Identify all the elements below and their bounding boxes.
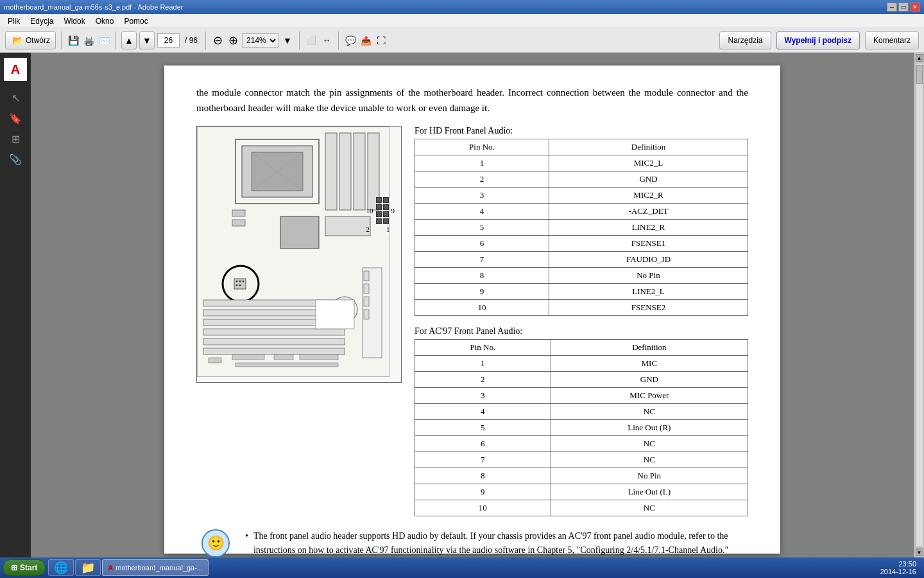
hd-table-row: 5LINE2_R bbox=[415, 220, 748, 236]
page-thumb-icon[interactable]: ⊞ bbox=[8, 131, 23, 146]
taskbar-time: 23:50 bbox=[880, 560, 916, 568]
svg-rect-24 bbox=[203, 329, 345, 335]
email-icon[interactable]: ✉️ bbox=[98, 34, 110, 47]
svg-rect-34 bbox=[209, 358, 221, 363]
hd-def-cell: FSENSE2 bbox=[549, 300, 748, 316]
zoom-dropdown-icon[interactable]: ▼ bbox=[281, 34, 294, 47]
ac97-def-cell: NC bbox=[551, 452, 748, 468]
taskbar: ⊞ Start 🌐 📁 A motherboard_manual_ga-... … bbox=[0, 557, 924, 578]
toolbar: 📂 Otwórz 💾 🖨️ ✉️ ▲ ▼ / 96 ⊖ ⊕ 214% 100% … bbox=[0, 28, 924, 53]
start-button[interactable]: ⊞ Start bbox=[3, 559, 46, 576]
svg-rect-30 bbox=[364, 271, 369, 281]
restore-button[interactable]: ▭ bbox=[898, 3, 909, 12]
hd-pin-cell: 5 bbox=[415, 220, 549, 236]
hd-pin-table: Pin No. Definition 1MIC2_L2GND3MIC2_R4-A… bbox=[415, 139, 748, 316]
mb-svg bbox=[197, 127, 389, 377]
svg-rect-37 bbox=[300, 355, 338, 360]
hd-col-pin: Pin No. bbox=[415, 139, 549, 155]
hd-def-cell: LINE2_R bbox=[549, 220, 748, 236]
ac97-pin-cell: 3 bbox=[415, 388, 551, 404]
scroll-up-button[interactable]: ▲ bbox=[916, 54, 923, 62]
scroll-thumb[interactable] bbox=[916, 65, 923, 84]
fit-page-icon[interactable]: ⬜ bbox=[305, 34, 318, 47]
hd-def-cell: -ACZ_DET bbox=[549, 204, 748, 220]
close-button[interactable]: ✕ bbox=[910, 3, 920, 12]
pin-label-1: 1 bbox=[386, 225, 390, 233]
comment-icon[interactable]: 💬 bbox=[344, 34, 357, 47]
attach-icon[interactable]: 📎 bbox=[8, 152, 23, 167]
hd-pin-cell: 3 bbox=[415, 188, 549, 204]
menu-pomoc[interactable]: Pomoc bbox=[119, 15, 153, 27]
pin-label-10: 10 bbox=[366, 207, 373, 215]
ac97-table-section: For AC'97 Front Panel Audio: Pin No. Def… bbox=[415, 326, 748, 516]
ac97-table-row: 3MIC Power bbox=[415, 388, 748, 404]
ac97-def-cell: Line Out (R) bbox=[551, 420, 748, 436]
toolbar-right: Narzędzia Wypełnij i podpisz Komentarz bbox=[719, 31, 919, 49]
scroll-track[interactable] bbox=[916, 63, 923, 547]
page-down-button[interactable]: ▼ bbox=[139, 31, 155, 49]
pdf-area[interactable]: the module connector match the pin assig… bbox=[31, 53, 914, 557]
comment-panel-button[interactable]: Komentarz bbox=[865, 31, 919, 49]
menu-plik[interactable]: Plik bbox=[3, 15, 25, 27]
bookmark-icon[interactable]: 🔖 bbox=[8, 110, 23, 126]
zoom-out-icon[interactable]: ⊖ bbox=[211, 34, 224, 47]
ac97-def-cell: MIC bbox=[551, 356, 748, 372]
fill-sign-button[interactable]: Wypełnij i podpisz bbox=[776, 31, 860, 49]
taskbar-ie[interactable]: 🌐 bbox=[48, 559, 74, 576]
svg-rect-35 bbox=[232, 355, 264, 360]
fullscreen-icon[interactable]: ⛶ bbox=[375, 34, 388, 47]
ac97-pin-cell: 9 bbox=[415, 484, 551, 500]
svg-rect-7 bbox=[339, 133, 351, 210]
menu-edycja[interactable]: Edycja bbox=[25, 15, 58, 27]
vertical-scrollbar[interactable]: ▲ ▼ bbox=[914, 53, 924, 557]
cursor-icon[interactable]: ↖ bbox=[8, 90, 23, 105]
hd-table-row: 7FAUDIO_JD bbox=[415, 252, 748, 268]
tools-button[interactable]: Narzędzia bbox=[719, 31, 771, 49]
share-icon[interactable]: 📤 bbox=[359, 34, 372, 47]
ac97-pin-table: Pin No. Definition 1MIC2GND3MIC Power4NC… bbox=[415, 339, 748, 516]
hd-pin-cell: 1 bbox=[415, 155, 549, 171]
ac97-def-cell: NC bbox=[551, 500, 748, 516]
svg-rect-32 bbox=[364, 297, 369, 306]
open-button[interactable]: 📂 Otwórz bbox=[5, 31, 56, 49]
zoom-in-icon[interactable]: ⊕ bbox=[227, 34, 239, 47]
print-icon[interactable]: 🖨️ bbox=[82, 34, 95, 47]
motherboard-diagram: 10 bbox=[196, 126, 402, 383]
note-section: 🙂 NOTE • The front panel audio header su… bbox=[196, 529, 748, 557]
header-text: the module connector match the pin assig… bbox=[196, 87, 748, 113]
ac97-pin-cell: 6 bbox=[415, 436, 551, 452]
hd-pin-cell: 9 bbox=[415, 284, 549, 300]
toolbar-separator-2 bbox=[116, 31, 116, 49]
toolbar-separator-1 bbox=[61, 31, 62, 49]
title-bar-buttons[interactable]: ─ ▭ ✕ bbox=[887, 3, 920, 12]
page-number-input[interactable] bbox=[157, 33, 180, 48]
scroll-down-button[interactable]: ▼ bbox=[916, 548, 923, 556]
ac97-def-cell: Line Out (L) bbox=[551, 484, 748, 500]
ac97-def-cell: GND bbox=[551, 372, 748, 388]
ac97-pin-cell: 10 bbox=[415, 500, 551, 516]
ac97-pin-cell: 7 bbox=[415, 452, 551, 468]
explorer-icon: 📁 bbox=[81, 561, 95, 575]
note-text-1: The front panel audio header supports HD… bbox=[253, 529, 748, 557]
ac97-table-row: 10NC bbox=[415, 500, 748, 516]
page-up-button[interactable]: ▲ bbox=[121, 31, 137, 49]
save-icon[interactable]: 💾 bbox=[67, 34, 80, 47]
ac97-table-header-row: Pin No. Definition bbox=[415, 340, 748, 356]
svg-point-16 bbox=[236, 281, 238, 283]
ac97-table-row: 4NC bbox=[415, 404, 748, 420]
pdf-page: the module connector match the pin assig… bbox=[164, 66, 780, 554]
svg-rect-26 bbox=[316, 300, 354, 329]
svg-rect-28 bbox=[203, 348, 345, 355]
zoom-select[interactable]: 214% 100% 150% 200% bbox=[242, 33, 278, 48]
hd-pin-cell: 4 bbox=[415, 204, 549, 220]
taskbar-explorer[interactable]: 📁 bbox=[75, 559, 101, 576]
sidebar: A ↖ 🔖 ⊞ 📎 bbox=[0, 53, 31, 557]
taskbar-adobe[interactable]: A motherboard_manual_ga-... bbox=[102, 559, 209, 576]
minimize-button[interactable]: ─ bbox=[887, 3, 897, 12]
ac97-table-row: 6NC bbox=[415, 436, 748, 452]
hd-table-row: 4-ACZ_DET bbox=[415, 204, 748, 220]
menu-widok[interactable]: Widok bbox=[58, 15, 90, 27]
ac97-table-row: 2GND bbox=[415, 372, 748, 388]
fit-width-icon[interactable]: ↔ bbox=[320, 34, 333, 47]
menu-okno[interactable]: Okno bbox=[90, 15, 119, 27]
